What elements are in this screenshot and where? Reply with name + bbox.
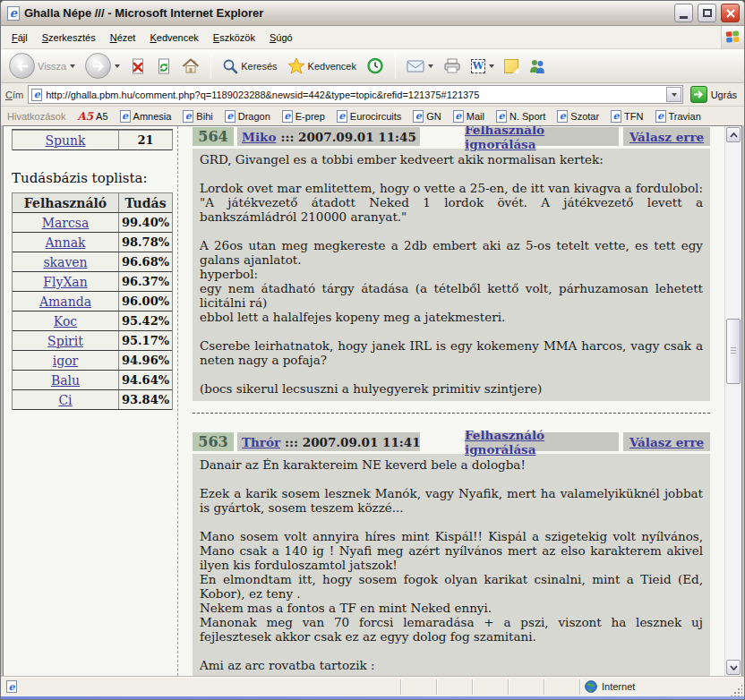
- print-button[interactable]: [441, 56, 463, 75]
- discuss-button[interactable]: [502, 57, 520, 75]
- user-link[interactable]: Amanda: [39, 295, 91, 309]
- column-header-score: Tudás: [119, 193, 172, 212]
- post-author-link[interactable]: Thrór: [242, 435, 280, 449]
- links-bar-item[interactable]: e E-prep: [282, 110, 325, 123]
- links-bar-item[interactable]: e Travian: [655, 110, 701, 123]
- post-datetime: ::: 2007.09.01 11:45: [280, 130, 415, 144]
- user-link[interactable]: Spirit: [47, 334, 83, 348]
- history-button[interactable]: [364, 55, 386, 76]
- maximize-button[interactable]: [698, 4, 716, 22]
- reply-link[interactable]: Válasz erre: [629, 435, 704, 449]
- home-button[interactable]: [180, 56, 201, 75]
- ie-page-icon: e: [611, 110, 621, 123]
- history-icon: [366, 57, 384, 74]
- links-bar-item[interactable]: e GN: [413, 110, 441, 123]
- stop-button[interactable]: [128, 56, 148, 76]
- menu-item[interactable]: Fájl: [4, 29, 35, 47]
- close-icon: [726, 9, 735, 18]
- user-link[interactable]: Ci: [58, 393, 72, 407]
- links-bar-item-label: Bihi: [196, 111, 212, 122]
- menu-item[interactable]: Eszközök: [206, 29, 262, 47]
- post-author-cell: Miko ::: 2007.09.01 11:45 i: [237, 127, 420, 146]
- links-bar-item[interactable]: e Amnesia: [120, 110, 172, 123]
- reply-link[interactable]: Válasz erre: [629, 130, 704, 144]
- favorites-button[interactable]: Kedvencek: [286, 55, 358, 76]
- resize-grip[interactable]: [730, 684, 742, 696]
- links-bar-label: Hivatkozások: [7, 111, 65, 122]
- url-input[interactable]: [46, 87, 662, 102]
- address-bar: Cím e Ugrás: [1, 83, 744, 107]
- back-button[interactable]: Vissza: [7, 51, 77, 81]
- menu-item[interactable]: Kedvencek: [142, 29, 205, 47]
- refresh-icon: [156, 58, 172, 74]
- page-content: Spunk 21 Tudásbázis toplista: Felhasznál…: [3, 125, 742, 676]
- refresh-button[interactable]: [154, 56, 174, 76]
- links-bar: Hivatkozások A5 A5 e Amnesia e Bihi e Dr…: [1, 107, 744, 125]
- sidebar: Spunk 21 Tudásbázis toplista: Felhasznál…: [4, 126, 178, 676]
- user-score: 95.17%: [119, 331, 172, 350]
- user-score: 93.84%: [119, 390, 172, 409]
- links-bar-item-label: E-prep: [295, 111, 325, 122]
- security-zone-pane: Internet: [579, 679, 730, 695]
- mail-dropdown-icon[interactable]: [428, 64, 433, 68]
- back-dropdown-icon[interactable]: [70, 64, 75, 68]
- links-bar-item[interactable]: e N. Sport: [496, 110, 545, 123]
- user-link[interactable]: Koc: [54, 314, 77, 329]
- ie-page-icon: e: [655, 110, 666, 123]
- links-bar-item[interactable]: e Eurocircuits: [337, 110, 401, 123]
- scrollbar-thumb[interactable]: [726, 319, 741, 384]
- window-bottom-edge: [1, 696, 744, 699]
- table-row: Ci 93.84%: [13, 390, 172, 410]
- browser-window: e Ghalla Népe /// - Microsoft Internet E…: [0, 0, 745, 700]
- scroll-up-button[interactable]: [726, 127, 741, 142]
- table-row: igor 94.96%: [13, 351, 172, 371]
- search-button[interactable]: Keresés: [220, 56, 278, 76]
- links-bar-item[interactable]: e Bihi: [183, 110, 212, 123]
- user-link[interactable]: Annak: [46, 235, 86, 250]
- links-bar-item[interactable]: e Mail: [453, 110, 484, 123]
- links-bar-item[interactable]: A5 A5: [77, 110, 107, 123]
- menu-item[interactable]: Szerkesztés: [35, 29, 103, 47]
- sidebar-partial-table: Spunk 21: [12, 130, 173, 150]
- ignore-user-link[interactable]: Felhasználó ignorálása: [465, 428, 619, 457]
- messenger-button[interactable]: [527, 56, 548, 75]
- post-number: 563: [193, 432, 234, 451]
- edit-dropdown-icon[interactable]: [489, 64, 494, 68]
- minimize-button[interactable]: [674, 4, 693, 22]
- vertical-scrollbar[interactable]: [724, 126, 741, 676]
- forward-dropdown-icon[interactable]: [115, 64, 120, 68]
- links-bar-item-label: Dragon: [238, 111, 270, 122]
- forum-post: 564 Miko ::: 2007.09.01 11:45 i Felhaszn…: [193, 127, 710, 414]
- menu-item[interactable]: Nézet: [103, 29, 143, 47]
- user-link[interactable]: igor: [53, 354, 79, 368]
- links-bar-item[interactable]: e TFN: [611, 110, 643, 123]
- post-header: 564 Miko ::: 2007.09.01 11:45 i Felhaszn…: [193, 127, 710, 146]
- links-bar-item-label: Eurocircuits: [350, 111, 401, 122]
- ignore-user-link[interactable]: Felhasználó ignorálása: [465, 126, 619, 151]
- user-link[interactable]: skaven: [43, 255, 87, 269]
- close-button[interactable]: [721, 4, 740, 22]
- links-bar-item[interactable]: e Dragon: [225, 110, 270, 123]
- post-body: GRD, Givangel es a tobbi ember kedveert …: [193, 149, 710, 401]
- links-bar-item-label: N. Sport: [510, 111, 545, 122]
- edit-button[interactable]: W: [469, 57, 496, 75]
- globe-icon: [585, 680, 597, 693]
- menu-item[interactable]: Súgó: [262, 29, 300, 47]
- post-author-link[interactable]: Miko: [242, 130, 276, 144]
- mail-button[interactable]: [405, 58, 435, 74]
- links-bar-item[interactable]: e Szotar: [557, 110, 599, 123]
- status-pane: [400, 679, 436, 695]
- links-bar-item-label: Szotar: [570, 111, 599, 122]
- address-label: Cím: [5, 90, 23, 100]
- scroll-down-button[interactable]: [726, 660, 741, 675]
- user-link[interactable]: FlyXan: [43, 275, 87, 289]
- address-dropdown-button[interactable]: [666, 87, 681, 102]
- search-label: Keresés: [241, 61, 277, 72]
- forward-button[interactable]: [83, 51, 122, 81]
- table-row: Spunk 21: [13, 131, 172, 150]
- favorites-star-icon: [287, 57, 305, 74]
- user-link[interactable]: Spunk: [45, 133, 85, 148]
- user-link[interactable]: Balu: [51, 373, 80, 388]
- go-button[interactable]: Ugrás: [688, 86, 740, 103]
- user-link[interactable]: Marcsa: [42, 216, 90, 230]
